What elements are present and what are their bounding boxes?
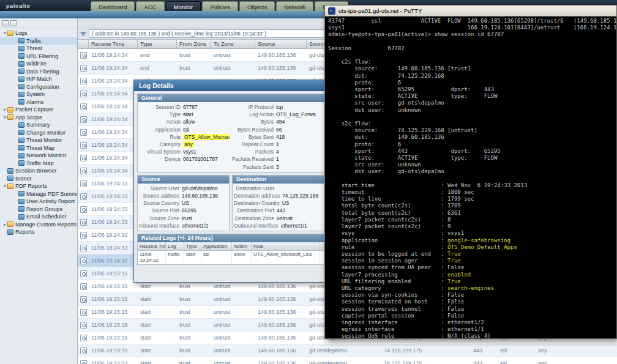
cell-application: ssl xyxy=(498,357,536,364)
terminal-line: URL category : search-engines xyxy=(328,285,613,292)
magnifier-icon[interactable] xyxy=(80,168,87,174)
field-label: Source address xyxy=(139,193,182,199)
terminal[interactable]: 43747 ssl ACTIVE FLOW 149.60.185.136[652… xyxy=(325,17,616,338)
table-row[interactable]: 11/06 19:23:15starttrustuntrust149.60.18… xyxy=(78,344,617,357)
magnifier-icon[interactable] xyxy=(80,258,87,264)
cell-source-user: gd-ots\depalmo xyxy=(307,357,381,364)
magnifier-icon[interactable] xyxy=(80,103,87,110)
sidebar-item-threat-map[interactable]: Threat Map xyxy=(0,144,77,152)
magnifier-icon[interactable] xyxy=(80,219,87,226)
sidebar-item-manage-pdf-summary[interactable]: Manage PDF Summary xyxy=(0,190,77,198)
cell-from-zone: trust xyxy=(177,62,211,74)
magnifier-icon[interactable] xyxy=(80,335,87,341)
sidebar-item-botnet[interactable]: Botnet xyxy=(0,175,77,183)
sidebar-item-change-monitor[interactable]: Change Monitor xyxy=(0,129,77,137)
sidebar-item-url-filtering[interactable]: URL Filtering xyxy=(0,53,77,61)
magnifier-icon[interactable] xyxy=(80,180,87,187)
related-log-row[interactable]: 11/06 19:24:32trafficstartsslallowOTS_Al… xyxy=(138,251,324,264)
tab-dashboard[interactable]: Dashboard xyxy=(91,1,135,11)
sidebar-item-traffic[interactable]: Traffic xyxy=(0,37,77,45)
sidebar-item-threat-monitor[interactable]: Threat Monitor xyxy=(0,136,77,144)
cell-source: 149.60.185.136 xyxy=(255,62,307,74)
tab-acc[interactable]: ACC xyxy=(136,1,164,11)
sidebar-item-configuration[interactable]: Configuration xyxy=(0,83,77,91)
sidebar-item-session-browser[interactable]: Session Browser xyxy=(0,167,77,175)
magnifier-icon[interactable] xyxy=(80,270,87,277)
sidebar-item-data-filtering[interactable]: Data Filtering xyxy=(0,68,77,76)
sidebar-item-manage-custom-reports[interactable]: ▸Manage Custom Reports xyxy=(0,221,77,229)
magnifier-icon[interactable] xyxy=(80,283,87,290)
field-value: start xyxy=(183,111,193,117)
cell-from-zone: trust xyxy=(177,332,211,344)
magnifier-icon[interactable] xyxy=(80,52,87,59)
sidebar-item-label: Threat Monitor xyxy=(26,137,62,143)
cell-receive-time: 11/06 19:24:33 xyxy=(89,203,138,215)
field-value: 1 xyxy=(276,141,279,147)
terminal-line: vsys : vsys1 xyxy=(328,230,613,237)
magnifier-icon[interactable] xyxy=(80,232,87,239)
folder-icon xyxy=(7,221,13,227)
magnifier-icon[interactable] xyxy=(80,296,87,303)
magnifier-icon[interactable] xyxy=(80,91,87,97)
putty-titlebar[interactable]: >_ ots-tpa-pa01.gd-ots.net - PuTTY xyxy=(325,6,616,17)
magnifier-icon[interactable] xyxy=(80,309,87,316)
tab-policies[interactable]: Policies xyxy=(202,1,238,11)
table-row[interactable]: 11/06 19:23:17starttrustuntrust149.60.18… xyxy=(78,357,617,364)
tab-network[interactable]: Network xyxy=(276,1,313,11)
sidebar-item-network-monitor[interactable]: Network Monitor xyxy=(0,152,77,160)
terminal-line: s2c flow: xyxy=(328,121,613,127)
page-icon xyxy=(18,122,24,128)
field-log-action: Log ActionOTS_Log_Forwa xyxy=(232,111,323,118)
sidebar-item-app-scope[interactable]: ▾App Scope xyxy=(0,114,77,122)
column-header-to-zone[interactable]: To Zone xyxy=(211,40,255,48)
magnifier-icon[interactable] xyxy=(80,155,87,162)
sidebar-item-threat[interactable]: Threat xyxy=(0,45,77,53)
filter-icon[interactable] xyxy=(80,32,86,36)
terminal-line: session terminated on host : False xyxy=(328,299,613,305)
column-header-receive-time[interactable]: Receive Time xyxy=(89,40,138,48)
magnifier-icon[interactable] xyxy=(80,360,87,364)
field-source-zone: Source Zonetrust xyxy=(139,214,228,221)
log-details-titlebar[interactable]: Log Details xyxy=(134,80,327,91)
sidebar-item-reports[interactable]: Reports xyxy=(0,228,77,236)
column-header-source[interactable]: Source xyxy=(255,40,307,48)
sidebar-item-report-groups[interactable]: Report Groups xyxy=(0,206,77,214)
sidebar-item-user-activity-report[interactable]: User Activity Report xyxy=(0,198,77,206)
terminal-line xyxy=(328,114,613,121)
tab-monitor[interactable]: Monitor xyxy=(166,1,201,11)
sidebar-item-traffic-map[interactable]: Traffic Map xyxy=(0,160,77,168)
magnifier-icon[interactable] xyxy=(80,78,87,84)
sidebar-item-packet-capture[interactable]: ▸Packet Capture xyxy=(0,106,77,114)
magnifier-icon[interactable] xyxy=(80,206,87,213)
magnifier-icon[interactable] xyxy=(80,245,87,251)
page-icon xyxy=(7,176,13,181)
field-value: untrust xyxy=(277,215,293,221)
sidebar-item-alarms[interactable]: Alarms xyxy=(0,98,77,106)
collapse-tree-icon[interactable] xyxy=(10,20,17,26)
sidebar-item-summary[interactable]: Summary xyxy=(0,121,77,129)
magnifier-icon[interactable] xyxy=(80,142,87,149)
detail-cell xyxy=(78,152,89,164)
cell-from-zone: trust xyxy=(177,306,211,318)
terminal-line: 43747 ssl ACTIVE FLOW 149.60.185.136[652… xyxy=(328,18,613,24)
magnifier-icon[interactable] xyxy=(80,347,87,354)
sidebar-item-hip-match[interactable]: HIP Match xyxy=(0,75,77,83)
magnifier-icon[interactable] xyxy=(80,65,87,72)
column-header-from-zone[interactable]: From Zone xyxy=(177,40,211,48)
column-header-type[interactable]: Type xyxy=(138,40,177,48)
magnifier-icon[interactable] xyxy=(80,322,87,329)
sidebar-item-system[interactable]: System xyxy=(0,91,77,98)
terminal-line: sport: 443 dport: 65295 xyxy=(328,148,613,155)
sidebar-item-logs[interactable]: ▾Logs xyxy=(0,29,77,37)
sidebar-item-pdf-reports[interactable]: ▾PDF Reports xyxy=(0,182,77,190)
cell-type: start xyxy=(138,344,177,357)
magnifier-icon[interactable] xyxy=(80,116,87,123)
magnifier-icon[interactable] xyxy=(80,129,87,136)
magnifier-icon[interactable] xyxy=(80,193,87,200)
sidebar-item-wildfire[interactable]: WildFire xyxy=(0,60,77,68)
expand-tree-icon[interactable] xyxy=(2,20,9,26)
tab-objects[interactable]: Objects xyxy=(239,1,275,11)
page-icon xyxy=(18,130,24,135)
sidebar-item-email-scheduler[interactable]: Email Scheduler xyxy=(0,213,77,221)
detail-cell xyxy=(78,280,89,292)
